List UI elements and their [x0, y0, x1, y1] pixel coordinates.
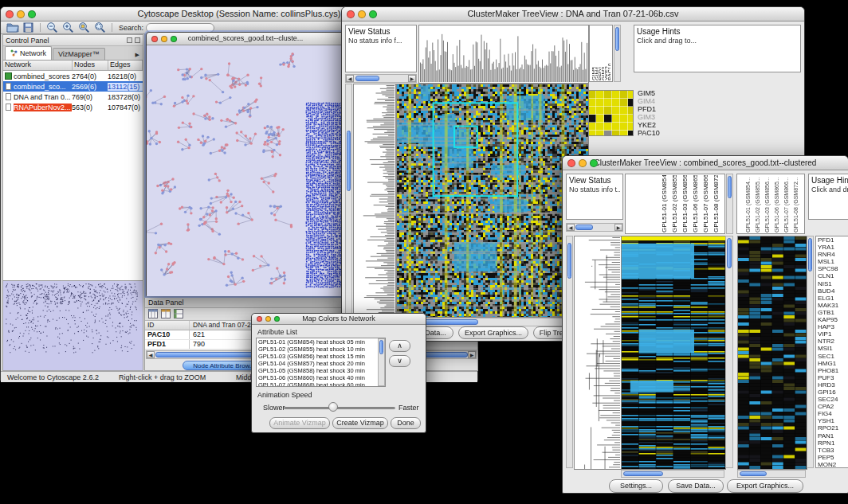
gene-label[interactable]: CLN1 [816, 272, 848, 279]
column-header-nodes[interactable]: Nodes [73, 61, 108, 70]
attribute-item[interactable]: GPL51-03 (GSM856) heat shock 15 min [257, 353, 385, 360]
gene-label[interactable]: RPN1 [816, 440, 848, 447]
column-header-id[interactable]: ID [145, 321, 190, 330]
attribute-item[interactable]: GPL51-04 (GSM857) heat shock 20 min [257, 360, 385, 367]
create-vizmap-button[interactable]: Create Vizmap [332, 417, 388, 429]
zoom-out-icon[interactable] [45, 21, 59, 33]
gene-label[interactable]: NTR2 [816, 338, 848, 345]
mini-heatmap[interactable] [587, 90, 634, 136]
scroll-thumb[interactable] [728, 176, 732, 198]
gene-label[interactable]: HRD3 [816, 381, 848, 389]
save-data-button[interactable]: Save Data... [668, 479, 724, 493]
scroll-thumb[interactable] [347, 131, 351, 191]
treeview-dna-title-bar[interactable]: ClusterMaker TreeView : DNA and Tran 07-… [342, 7, 804, 21]
scroll-left-arrow[interactable]: ◀ [147, 351, 155, 358]
labels-vscrollbar[interactable] [726, 174, 733, 234]
float-panel-icon[interactable] [127, 37, 132, 43]
gene-label[interactable]: HAP3 [816, 323, 848, 330]
close-button[interactable] [257, 316, 262, 322]
heatmap-canvas[interactable] [621, 236, 726, 470]
tab-network[interactable]: Network [5, 46, 52, 60]
gene-label[interactable]: PAN1 [816, 432, 848, 440]
column-label[interactable]: GPL51-08 (GSM872... [793, 175, 803, 232]
scroll-left-arrow[interactable]: ◀ [346, 75, 354, 82]
open-session-icon[interactable] [6, 21, 19, 33]
zoom-heatmap-canvas[interactable] [737, 236, 807, 470]
network-overview-thumbnail[interactable] [3, 280, 143, 370]
gene-label[interactable]: YSH1 [816, 417, 848, 424]
gene-label[interactable]: MON2 [816, 461, 848, 468]
gene-label[interactable]: RPO21 [816, 424, 848, 432]
scroll-thumb[interactable] [623, 471, 663, 476]
select-attributes-icon[interactable] [148, 307, 158, 322]
gene-label[interactable]: GTB1 [816, 309, 848, 316]
scroll-thumb[interactable] [727, 238, 732, 268]
list-vscrollbar[interactable] [378, 338, 385, 386]
column-label[interactable]: GPL51-01 (GSM854... [661, 175, 671, 232]
gene-label[interactable]: GPI16 [816, 389, 848, 396]
minimize-button[interactable] [161, 36, 167, 42]
tree-vscrollbar[interactable] [345, 84, 352, 316]
zoom-button[interactable] [28, 10, 36, 18]
network-view-title-bar[interactable]: combined_scores_good.txt--cluste... [147, 33, 344, 45]
gene-label[interactable]: BUD4 [816, 287, 848, 295]
gene-label[interactable]: GIM5 [637, 89, 660, 97]
scroll-left-arrow[interactable]: ◀ [567, 224, 575, 231]
heatmap-canvas[interactable] [396, 84, 589, 318]
minimize-button[interactable] [579, 159, 587, 167]
zoom-button[interactable] [274, 316, 280, 322]
gene-label[interactable]: NIS1 [816, 280, 848, 287]
column-dendrogram[interactable] [418, 25, 589, 84]
close-button[interactable] [567, 159, 575, 167]
heatmap-hscrollbar[interactable] [621, 470, 724, 478]
gene-label[interactable]: MSI1 [816, 345, 848, 352]
tab-vizmapper[interactable]: VizMapper™ [53, 48, 105, 60]
tree-vscrollbar[interactable] [566, 236, 573, 468]
column-header-network[interactable]: Network [3, 61, 73, 70]
scroll-thumb[interactable] [740, 471, 767, 476]
zoom-vscrollbar[interactable] [807, 236, 814, 468]
status-hscrollbar[interactable]: ◀ ▶ [345, 74, 417, 83]
gene-label[interactable]: GIM4 [637, 97, 660, 105]
search-input[interactable] [146, 23, 214, 33]
column-label[interactable]: GPL51-07 (GSM866... [783, 175, 793, 232]
gene-label[interactable]: PHO81 [816, 367, 848, 374]
export-graphics-button[interactable]: Export Graphics... [458, 326, 528, 339]
zoom-in-icon[interactable] [61, 21, 75, 33]
scroll-right-arrow[interactable]: ▶ [408, 75, 416, 82]
gene-label[interactable]: FIG4 [816, 410, 848, 417]
gene-label[interactable]: PFD1 [816, 236, 848, 244]
scroll-thumb[interactable] [567, 243, 571, 279]
gene-label[interactable]: PEP5 [816, 454, 848, 461]
gene-label[interactable]: SEC24 [816, 396, 848, 403]
minimize-button[interactable] [358, 10, 366, 18]
scroll-thumb[interactable] [575, 225, 593, 230]
network-view-canvas[interactable] [147, 45, 344, 296]
gene-label[interactable]: YRA1 [816, 244, 848, 251]
attribute-item[interactable]: GPL51-01 (GSM854) heat shock 05 min [257, 338, 385, 346]
column-label[interactable]: GPL51-06 (GSM865... [774, 175, 783, 232]
attribute-item[interactable]: GPL51-07 (GSM868) heat shock 60 min [257, 381, 385, 387]
gene-label[interactable]: RNR4 [816, 251, 848, 258]
zoom-button[interactable] [590, 159, 598, 167]
scroll-thumb[interactable] [615, 27, 619, 51]
gene-label[interactable]: MSL1 [816, 258, 848, 265]
gene-label[interactable]: MAK31 [816, 302, 848, 309]
attribute-item[interactable]: GPL51-06 (GSM860) heat shock 40 min [257, 374, 385, 381]
scroll-right-arrow[interactable]: ▶ [614, 224, 622, 231]
gene-label[interactable]: VIP1 [816, 330, 848, 338]
gene-label[interactable]: CPA2 [816, 403, 848, 410]
column-label[interactable]: GPL51-08 (GSM872... [713, 175, 723, 232]
network-list-row[interactable]: combined_sco...2569(6)13112(15) [3, 81, 143, 92]
heatmap-vscrollbar[interactable] [725, 236, 733, 468]
zoom-button[interactable] [369, 10, 377, 18]
zoom-button[interactable] [171, 36, 177, 42]
row-dendrogram[interactable] [574, 236, 622, 470]
labels-vscrollbar[interactable] [614, 25, 621, 82]
zoom-fit-icon[interactable] [93, 21, 107, 33]
close-button[interactable] [347, 10, 355, 18]
export-graphics-button[interactable]: Export Graphics... [727, 479, 803, 493]
column-label[interactable]: GPL51-01 (GSM854... [745, 175, 755, 232]
minimize-button[interactable] [17, 10, 25, 18]
create-attribute-icon[interactable] [161, 307, 171, 322]
